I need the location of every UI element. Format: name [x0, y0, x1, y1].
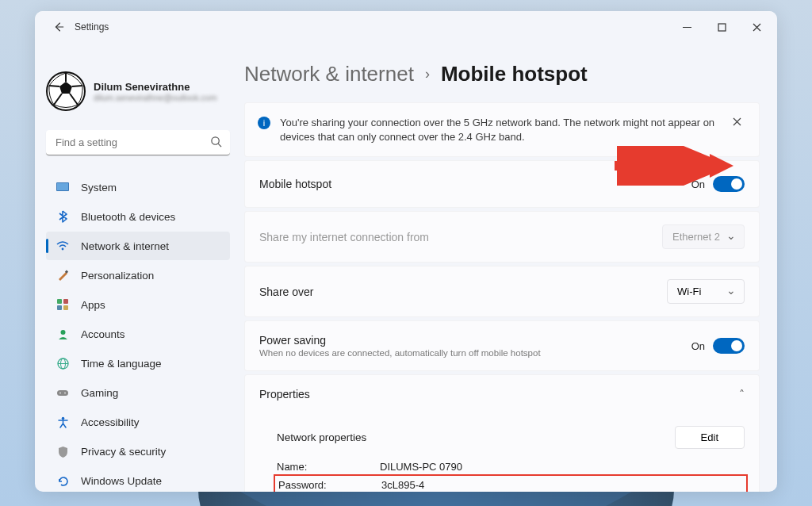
update-icon [56, 473, 70, 488]
chevron-up-icon: ˄ [739, 388, 745, 401]
sidebar-item-label: Apps [81, 299, 105, 311]
hotspot-state: On [691, 178, 705, 190]
sidebar-item-label: Accounts [81, 328, 125, 340]
profile-name: Dilum Senevirathne [94, 81, 216, 93]
svg-point-22 [61, 416, 64, 420]
page-title: Mobile hotspot [441, 62, 588, 86]
hotspot-toggle[interactable] [713, 176, 745, 192]
main-content: Network & internet › Mobile hotspot i Yo… [241, 43, 777, 492]
share-over-panel: Share over Wi-Fi [244, 266, 760, 317]
svg-rect-19 [57, 390, 68, 396]
info-banner: i You're sharing your connection over th… [244, 102, 760, 157]
breadcrumb: Network & internet › Mobile hotspot [244, 62, 760, 86]
share-from-label: Share my internet connection from [259, 231, 429, 243]
sidebar-item-label: Time & language [81, 358, 162, 370]
sidebar-item-label: Personalization [81, 270, 154, 282]
svg-rect-11 [57, 299, 62, 304]
app-title: Settings [75, 21, 109, 33]
sidebar-item-label: Bluetooth & devices [81, 211, 175, 223]
brush-icon [56, 268, 70, 282]
system-icon [56, 180, 70, 194]
breadcrumb-parent[interactable]: Network & internet [244, 62, 414, 86]
back-arrow-icon [53, 21, 64, 33]
svg-rect-14 [63, 305, 68, 310]
title-bar: Settings [35, 11, 777, 43]
prop-name-row: Name: DILUMS-PC 0790 [277, 458, 745, 475]
window-minimize[interactable] [669, 11, 704, 43]
sidebar-item-personalization[interactable]: Personalization [46, 261, 230, 289]
wifi-icon [56, 239, 70, 253]
svg-point-20 [59, 392, 61, 393]
profile-email: dilum.senevirathne@outlook.com [94, 93, 216, 102]
hotspot-label: Mobile hotspot [259, 178, 331, 190]
svg-point-15 [60, 330, 65, 335]
sidebar-item-time-language[interactable]: Time & language [46, 349, 230, 378]
globe-icon [56, 356, 70, 370]
svg-rect-2 [718, 24, 726, 31]
sidebar-item-apps[interactable]: Apps [46, 290, 230, 319]
x-icon [733, 117, 741, 126]
sidebar-item-label: Privacy & security [81, 446, 166, 458]
avatar [46, 71, 86, 111]
share-from-panel: Share my internet connection from Ethern… [244, 211, 760, 263]
search-input[interactable] [46, 130, 230, 155]
svg-point-9 [62, 248, 64, 251]
svg-point-21 [64, 392, 66, 393]
settings-window: Settings Dilum Senevirathne d [35, 11, 777, 492]
password-value: 3cL895-4 [381, 479, 424, 491]
power-saving-desc: When no devices are connected, automatic… [259, 348, 541, 358]
back-button[interactable] [48, 16, 70, 38]
info-icon: i [258, 117, 270, 129]
sidebar-item-label: System [81, 182, 117, 194]
gamepad-icon [56, 385, 70, 400]
name-label: Name: [277, 461, 380, 473]
soccer-ball-icon [46, 71, 86, 111]
power-saving-state: On [691, 340, 705, 352]
window-maximize[interactable] [704, 11, 739, 43]
power-saving-label: Power saving [259, 334, 541, 347]
svg-point-5 [212, 137, 219, 144]
svg-rect-12 [63, 299, 68, 304]
edit-button[interactable]: Edit [675, 426, 745, 449]
bluetooth-icon [56, 209, 70, 224]
minimize-icon [683, 23, 691, 32]
dismiss-banner-button[interactable] [727, 116, 746, 128]
search-container [46, 130, 230, 155]
svg-rect-13 [57, 305, 62, 310]
sidebar-item-accessibility[interactable]: Accessibility [46, 408, 230, 436]
svg-rect-8 [57, 183, 68, 190]
sidebar-item-label: Windows Update [81, 475, 162, 487]
window-close[interactable] [739, 11, 774, 43]
hotspot-toggle-panel: Mobile hotspot On [244, 160, 760, 208]
maximize-icon [718, 23, 726, 32]
share-over-select[interactable]: Wi-Fi [667, 279, 745, 304]
close-icon [753, 23, 761, 32]
name-value: DILUMS-PC 0790 [380, 461, 462, 473]
network-properties-label: Network properties [277, 431, 366, 443]
properties-panel: Properties ˄ Network properties Edit Nam… [244, 374, 760, 492]
sidebar: Dilum Senevirathne dilum.senevirathne@ou… [35, 43, 241, 492]
sidebar-item-label: Network & internet [81, 240, 169, 252]
sidebar-item-windows-update[interactable]: Windows Update [46, 466, 230, 492]
sidebar-item-system[interactable]: System [46, 173, 230, 201]
power-saving-panel: Power saving When no devices are connect… [244, 320, 760, 371]
sidebar-item-gaming[interactable]: Gaming [46, 378, 230, 407]
properties-header-label: Properties [259, 388, 310, 401]
account-icon [56, 327, 70, 341]
accessibility-icon [56, 415, 70, 429]
share-from-select: Ethernet 2 [662, 224, 745, 249]
profile-block[interactable]: Dilum Senevirathne dilum.senevirathne@ou… [46, 71, 230, 111]
share-over-label: Share over [259, 286, 313, 298]
shield-icon [56, 444, 70, 458]
search-icon [210, 136, 222, 151]
power-saving-toggle[interactable] [713, 338, 745, 354]
sidebar-item-bluetooth[interactable]: Bluetooth & devices [46, 202, 230, 231]
properties-expander[interactable]: Properties ˄ [245, 375, 759, 413]
sidebar-item-network[interactable]: Network & internet [46, 232, 230, 260]
sidebar-item-label: Gaming [81, 387, 118, 399]
password-label: Password: [278, 479, 381, 491]
sidebar-item-accounts[interactable]: Accounts [46, 320, 230, 348]
sidebar-item-label: Accessibility [81, 416, 140, 428]
sidebar-item-privacy[interactable]: Privacy & security [46, 437, 230, 466]
highlight-annotation: Password: 3cL895-4 [274, 474, 748, 492]
